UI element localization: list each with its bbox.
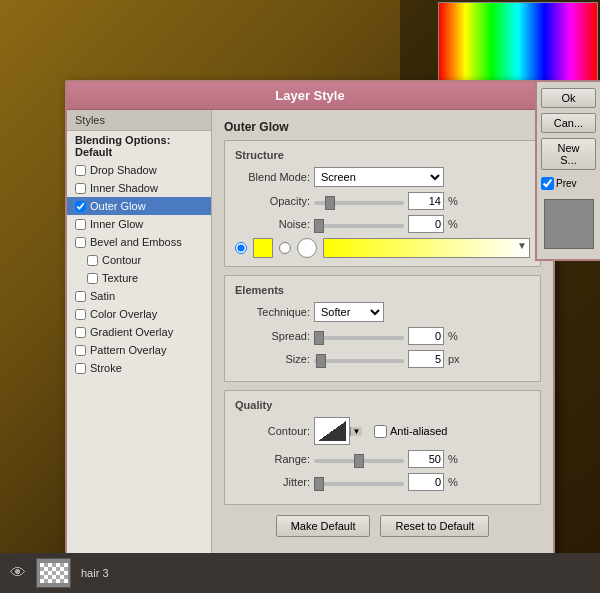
style-item-outer-glow[interactable]: Outer Glow bbox=[67, 197, 211, 215]
noise-label: Noise: bbox=[235, 218, 310, 230]
elements-title: Elements bbox=[235, 284, 530, 296]
pattern-overlay-checkbox[interactable] bbox=[75, 345, 86, 356]
color-overlay-checkbox[interactable] bbox=[75, 309, 86, 320]
range-unit: % bbox=[448, 453, 464, 465]
style-item-bevel-emboss[interactable]: Bevel and Emboss bbox=[67, 233, 211, 251]
spread-row: Spread: % bbox=[235, 327, 530, 345]
contour-dropdown-arrow[interactable]: ▼ bbox=[350, 427, 362, 436]
anti-aliased-label: Anti-aliased bbox=[390, 425, 447, 437]
style-item-contour[interactable]: Contour bbox=[67, 251, 211, 269]
range-row: Range: % bbox=[235, 450, 530, 468]
opacity-label: Opacity: bbox=[235, 195, 310, 207]
gradient-overlay-checkbox[interactable] bbox=[75, 327, 86, 338]
bevel-emboss-checkbox[interactable] bbox=[75, 237, 86, 248]
style-item-satin[interactable]: Satin bbox=[67, 287, 211, 305]
technique-select[interactable]: Softer Precise bbox=[314, 302, 384, 322]
opacity-slider[interactable] bbox=[314, 201, 404, 205]
noise-input[interactable] bbox=[408, 215, 444, 233]
dialog-titlebar: Layer Style bbox=[67, 82, 553, 110]
reset-to-default-button[interactable]: Reset to Default bbox=[380, 515, 489, 537]
inner-shadow-checkbox[interactable] bbox=[75, 183, 86, 194]
gradient-bar[interactable] bbox=[323, 238, 530, 258]
dialog-title: Layer Style bbox=[275, 88, 344, 103]
preview-label: Prev bbox=[556, 178, 577, 189]
contour-label: Contour: bbox=[235, 425, 310, 437]
noise-slider-track bbox=[314, 217, 404, 231]
stroke-label: Stroke bbox=[90, 362, 122, 374]
solid-color-radio[interactable] bbox=[235, 242, 247, 254]
jitter-row: Jitter: % bbox=[235, 473, 530, 491]
blend-mode-select[interactable]: Screen Normal Multiply Overlay bbox=[314, 167, 444, 187]
size-slider-track bbox=[314, 352, 404, 366]
layer-thumbnail bbox=[36, 558, 71, 588]
style-item-inner-shadow[interactable]: Inner Shadow bbox=[67, 179, 211, 197]
structure-section: Structure Blend Mode: Screen Normal Mult… bbox=[224, 140, 541, 267]
bottom-buttons-group: Make Default Reset to Default bbox=[224, 515, 541, 537]
cancel-button[interactable]: Can... bbox=[541, 113, 596, 133]
blend-mode-label: Blend Mode: bbox=[235, 171, 310, 183]
contour-control: ▼ bbox=[314, 417, 362, 445]
contour-checkbox[interactable] bbox=[87, 255, 98, 266]
spread-input[interactable] bbox=[408, 327, 444, 345]
contour-thumbnail[interactable] bbox=[314, 417, 350, 445]
jitter-slider-track bbox=[314, 475, 404, 489]
elements-section: Elements Technique: Softer Precise Sprea… bbox=[224, 275, 541, 382]
make-default-button[interactable]: Make Default bbox=[276, 515, 371, 537]
satin-label: Satin bbox=[90, 290, 115, 302]
size-input[interactable] bbox=[408, 350, 444, 368]
spread-slider[interactable] bbox=[314, 336, 404, 340]
new-style-button[interactable]: New S... bbox=[541, 138, 596, 170]
outer-glow-checkbox[interactable] bbox=[75, 201, 86, 212]
structure-title: Structure bbox=[235, 149, 530, 161]
drop-shadow-checkbox[interactable] bbox=[75, 165, 86, 176]
jitter-input[interactable] bbox=[408, 473, 444, 491]
style-item-pattern-overlay[interactable]: Pattern Overlay bbox=[67, 341, 211, 359]
technique-row: Technique: Softer Precise bbox=[235, 302, 530, 322]
outer-glow-label: Outer Glow bbox=[90, 200, 146, 212]
blending-options-label: Blending Options: Default bbox=[75, 134, 203, 158]
style-item-blending-options[interactable]: Blending Options: Default bbox=[67, 131, 211, 161]
spread-label: Spread: bbox=[235, 330, 310, 342]
style-item-inner-glow[interactable]: Inner Glow bbox=[67, 215, 211, 233]
drop-shadow-label: Drop Shadow bbox=[90, 164, 157, 176]
anti-aliased-checkbox[interactable] bbox=[374, 425, 387, 438]
stroke-checkbox[interactable] bbox=[75, 363, 86, 374]
satin-checkbox[interactable] bbox=[75, 291, 86, 302]
size-row: Size: px bbox=[235, 350, 530, 368]
texture-label: Texture bbox=[102, 272, 138, 284]
style-item-gradient-overlay[interactable]: Gradient Overlay bbox=[67, 323, 211, 341]
size-slider[interactable] bbox=[314, 359, 404, 363]
spread-unit: % bbox=[448, 330, 464, 342]
style-item-stroke[interactable]: Stroke bbox=[67, 359, 211, 377]
preview-checkbox[interactable] bbox=[541, 177, 554, 190]
jitter-slider[interactable] bbox=[314, 482, 404, 486]
bevel-emboss-label: Bevel and Emboss bbox=[90, 236, 182, 248]
spread-slider-track bbox=[314, 329, 404, 343]
gradient-radio[interactable] bbox=[279, 242, 291, 254]
opacity-input[interactable] bbox=[408, 192, 444, 210]
layer-name: hair 3 bbox=[81, 567, 109, 579]
range-slider[interactable] bbox=[314, 459, 404, 463]
opacity-unit: % bbox=[448, 195, 464, 207]
inner-glow-checkbox[interactable] bbox=[75, 219, 86, 230]
dialog-body: Styles Blending Options: Default Drop Sh… bbox=[67, 110, 553, 558]
texture-checkbox[interactable] bbox=[87, 273, 98, 284]
color-overlay-label: Color Overlay bbox=[90, 308, 157, 320]
white-gradient-swatch[interactable] bbox=[297, 238, 317, 258]
style-item-texture[interactable]: Texture bbox=[67, 269, 211, 287]
range-input[interactable] bbox=[408, 450, 444, 468]
pattern-overlay-label: Pattern Overlay bbox=[90, 344, 166, 356]
style-item-drop-shadow[interactable]: Drop Shadow bbox=[67, 161, 211, 179]
style-item-color-overlay[interactable]: Color Overlay bbox=[67, 305, 211, 323]
jitter-label: Jitter: bbox=[235, 476, 310, 488]
ok-button[interactable]: Ok bbox=[541, 88, 596, 108]
layer-visibility-icon[interactable]: 👁 bbox=[10, 564, 26, 582]
transparency-grid bbox=[40, 563, 68, 583]
bottom-bar: 👁 hair 3 bbox=[0, 553, 600, 593]
inner-shadow-label: Inner Shadow bbox=[90, 182, 158, 194]
preview-row: Prev bbox=[541, 177, 596, 190]
yellow-color-swatch[interactable] bbox=[253, 238, 273, 258]
noise-slider[interactable] bbox=[314, 224, 404, 228]
noise-unit: % bbox=[448, 218, 464, 230]
size-label: Size: bbox=[235, 353, 310, 365]
